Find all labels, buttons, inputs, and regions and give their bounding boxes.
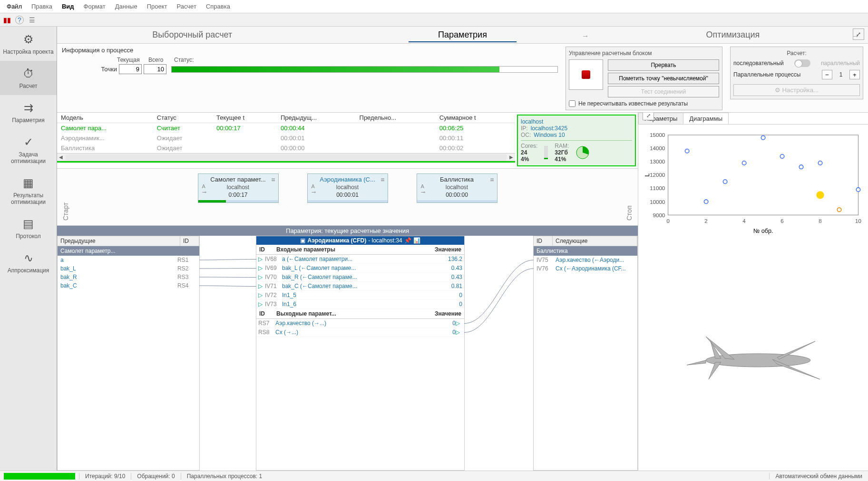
col-header[interactable]: Предыдущ... bbox=[277, 113, 356, 123]
help-icon[interactable]: ? bbox=[15, 16, 24, 24]
status-progress bbox=[171, 66, 558, 73]
svg-marker-34 bbox=[709, 362, 721, 379]
mark-uncomputable-button[interactable]: Пометить точку "невычисляемой" bbox=[608, 73, 719, 84]
menu-правка[interactable]: Правка bbox=[27, 1, 57, 12]
current-point-input[interactable] bbox=[119, 64, 142, 74]
menu-файл[interactable]: Файл bbox=[2, 1, 27, 12]
list-item[interactable]: ▷IV70bak_R (←Самолет параме...0.43 bbox=[256, 273, 464, 282]
svg-point-26 bbox=[837, 208, 841, 212]
tab-Оптимизация[interactable]: Оптимизация→ bbox=[598, 28, 868, 42]
sidebar-icon: ∿ bbox=[19, 251, 38, 265]
sidebar-item-Настройка-проекта[interactable]: ⚙Настройка проекта bbox=[0, 27, 57, 61]
sidebar-item-Результаты-оптимизации[interactable]: ▦Результаты оптимизации bbox=[0, 170, 57, 211]
flow-card[interactable]: ≡ Баллистика А⊸ localhost 00:00:00 bbox=[417, 173, 497, 203]
parallel-plus[interactable]: + bbox=[849, 70, 860, 79]
process-info-row: Информация о процессе Текущая Всего Стат… bbox=[57, 44, 868, 113]
stop-button[interactable] bbox=[569, 59, 603, 90]
sidebar-item-Задача-оптимизации[interactable]: ✓Задача оптимизации bbox=[0, 129, 57, 170]
svg-point-24 bbox=[818, 161, 822, 165]
svg-text:13000: 13000 bbox=[650, 159, 665, 164]
toolbar: ▮▮ ? ☰ bbox=[0, 13, 868, 27]
list-item[interactable]: RS7Аэр.качество (→...)0▷ bbox=[256, 319, 464, 328]
svg-point-28 bbox=[706, 354, 810, 367]
svg-text:L: L bbox=[644, 173, 651, 177]
triangle-icon: ▷ bbox=[258, 292, 265, 298]
card-menu-icon[interactable]: ≡ bbox=[271, 176, 275, 183]
list-item[interactable]: ▷IV71bak_C (←Самолет параме...0.81 bbox=[256, 282, 464, 291]
col-header[interactable]: Текущее t bbox=[213, 113, 277, 123]
table-row[interactable]: БаллистикаОжидает00:00:0000:00:02 bbox=[57, 143, 515, 153]
menu-справка[interactable]: Справка bbox=[201, 1, 235, 12]
sidebar-item-Параметрия[interactable]: ⇉Параметрия bbox=[0, 95, 57, 129]
list-item[interactable]: IV75Аэр.качество (←Аэроди... bbox=[534, 256, 637, 264]
document-icon[interactable]: ☰ bbox=[28, 16, 36, 24]
flow-card[interactable]: ≡ Аэродинамика (С... А⊸ localhost 00:00:… bbox=[307, 173, 388, 203]
svg-text:15000: 15000 bbox=[650, 132, 665, 138]
list-item[interactable]: IV76Cx (←Аэродинамика (CF... bbox=[534, 264, 637, 273]
list-item[interactable]: RS8Cx (→...)0▷ bbox=[256, 328, 464, 337]
col-header[interactable]: Модель bbox=[57, 113, 153, 123]
list-item[interactable]: ▷IV69bak_L (←Самолет параме...0.43 bbox=[256, 264, 464, 273]
host-card[interactable]: localhost IP:localhost:3425 ОС:Windows 1… bbox=[517, 115, 636, 166]
list-item[interactable]: ▷IV72In1_50 bbox=[256, 291, 464, 300]
stop-label: Стоп bbox=[623, 173, 636, 221]
abort-button[interactable]: Прервать bbox=[608, 59, 719, 71]
col-header[interactable]: Суммарное t bbox=[436, 113, 515, 123]
status-auto-exchange: Автоматический обмен данными bbox=[769, 473, 868, 480]
triangle-icon: ▷ bbox=[258, 256, 265, 262]
table-scrollbar[interactable]: ◀▶ bbox=[57, 153, 515, 161]
svg-point-25 bbox=[856, 188, 860, 192]
list-item[interactable]: ▷IV68a (←Самолет параметри...136.2 bbox=[256, 255, 464, 264]
svg-text:2: 2 bbox=[704, 218, 707, 224]
total-points-input[interactable] bbox=[144, 64, 166, 74]
sidebar-item-Протокол[interactable]: ▤Протокол bbox=[0, 211, 57, 245]
sidebar-icon: ▦ bbox=[19, 176, 38, 190]
expand-host-icon[interactable]: ⤢ bbox=[643, 113, 654, 120]
svg-text:10000: 10000 bbox=[650, 199, 665, 205]
chevron-right-icon: → bbox=[582, 32, 589, 40]
svg-text:11000: 11000 bbox=[650, 185, 665, 191]
col-header[interactable]: Предельно... bbox=[356, 113, 436, 123]
menu-вид[interactable]: Вид bbox=[57, 1, 79, 12]
list-item[interactable]: ▷IV73In1_60 bbox=[256, 300, 464, 309]
tab-Параметрия[interactable]: Параметрия→ bbox=[327, 28, 597, 42]
menu-расчет[interactable]: Расчет bbox=[172, 1, 201, 12]
control-block: Управление расчетным блоком Прервать Пом… bbox=[566, 47, 722, 110]
calc-mode-toggle[interactable] bbox=[794, 59, 810, 67]
col-header[interactable]: Статус bbox=[153, 113, 213, 123]
sidebar-icon: ⇉ bbox=[19, 101, 38, 115]
table-row[interactable]: Самолет пара...Считает00:00:1700:00:4400… bbox=[57, 123, 515, 134]
pin-icon[interactable]: 📌 bbox=[404, 237, 411, 244]
no-recompute-checkbox[interactable] bbox=[569, 100, 575, 107]
process-title: Информация о процессе bbox=[62, 47, 558, 54]
sidebar-icon: ⏱ bbox=[19, 67, 38, 81]
table-row[interactable]: Аэродинамик...Ожидает00:00:0100:00:11 bbox=[57, 133, 515, 143]
cores-bar bbox=[544, 146, 548, 159]
pause-icon[interactable]: ▮▮ bbox=[3, 16, 11, 24]
menu-данные[interactable]: Данные bbox=[110, 1, 142, 12]
menu-проект[interactable]: Проект bbox=[142, 1, 172, 12]
list-item[interactable]: aRS1 bbox=[58, 256, 199, 264]
svg-text:14000: 14000 bbox=[650, 145, 665, 151]
flow-row: Старт ≡ Самолет парамет... А⊸ localhost … bbox=[57, 169, 638, 226]
status-requests: Обращений: 0 bbox=[131, 473, 180, 480]
aircraft-3d-view[interactable] bbox=[638, 240, 868, 471]
collapse-icon[interactable]: ⤢ bbox=[853, 29, 864, 40]
chart-icon[interactable]: 📊 bbox=[413, 237, 420, 244]
tab-diagrams[interactable]: Диаграммы bbox=[683, 113, 729, 124]
tab-Выборочный расчет[interactable]: Выборочный расчет bbox=[57, 28, 327, 42]
list-item[interactable]: bak_LRS2 bbox=[58, 264, 199, 273]
svg-text:12000: 12000 bbox=[650, 172, 665, 178]
sidebar-item-Аппроксимация[interactable]: ∿Аппроксимация bbox=[0, 245, 57, 279]
sidebar-item-Расчет[interactable]: ⏱Расчет bbox=[0, 61, 57, 95]
list-item[interactable]: bak_RRS3 bbox=[58, 273, 199, 281]
list-item[interactable]: bak_CRS4 bbox=[58, 281, 199, 290]
card-menu-icon[interactable]: ≡ bbox=[490, 176, 494, 183]
card-menu-icon[interactable]: ≡ bbox=[380, 176, 384, 183]
svg-point-18 bbox=[704, 200, 708, 203]
triangle-icon: ▷ bbox=[258, 283, 265, 289]
flow-card[interactable]: ≡ Самолет парамет... А⊸ localhost 0:00:1… bbox=[198, 173, 279, 203]
parallel-minus[interactable]: − bbox=[822, 70, 832, 79]
statusbar: Итераций: 9/10 Обращений: 0 Параллельных… bbox=[0, 471, 868, 481]
menu-формат[interactable]: Формат bbox=[79, 1, 110, 12]
